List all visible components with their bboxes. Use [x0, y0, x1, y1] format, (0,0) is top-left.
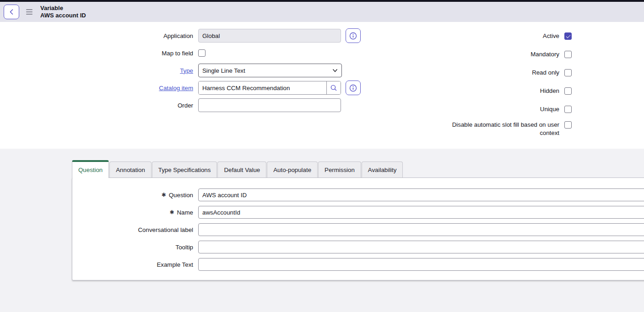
map-to-field-checkbox[interactable]: [198, 49, 206, 57]
question-row: ✱ Question: [72, 188, 644, 201]
example-text-label: Example Text: [72, 261, 193, 268]
unique-row: Unique: [445, 102, 572, 116]
tooltip-input[interactable]: [198, 241, 644, 253]
question-input[interactable]: [198, 188, 644, 201]
example-text-row: Example Text: [72, 258, 644, 271]
variable-form: Application Map to field Type Single Lin…: [0, 22, 644, 149]
application-info-button[interactable]: [346, 28, 361, 43]
conversational-label-input[interactable]: [198, 223, 644, 236]
tooltip-label: Tooltip: [72, 244, 193, 251]
read-only-checkbox[interactable]: [564, 69, 572, 76]
name-input[interactable]: [198, 206, 644, 219]
info-icon: [349, 32, 357, 40]
variable-form-page: Variable AWS account ID Application Map …: [0, 0, 644, 312]
catalog-item-info-button[interactable]: [346, 81, 361, 95]
catalog-item-label: Catalog item: [0, 85, 193, 91]
mandatory-row: Mandatory: [445, 48, 572, 61]
order-input[interactable]: [198, 98, 341, 112]
question-tab-panel: ✱ Question ✱ Name Conversational label: [72, 178, 644, 280]
context-menu-icon[interactable]: [24, 6, 35, 17]
disable-slot-fill-checkbox[interactable]: [564, 121, 572, 129]
back-button[interactable]: [4, 5, 19, 19]
tab-strip: Question Annotation Type Specifications …: [72, 149, 644, 178]
read-only-label: Read only: [445, 69, 559, 77]
record-type: Variable: [40, 5, 86, 12]
application-label: Application: [0, 32, 193, 39]
map-to-field-label: Map to field: [0, 50, 193, 57]
record-name: AWS account ID: [40, 12, 86, 19]
unique-label: Unique: [445, 105, 559, 113]
application-input[interactable]: [198, 29, 341, 43]
tab-annotation[interactable]: Annotation: [109, 161, 152, 178]
active-checkbox[interactable]: [564, 32, 572, 40]
type-select-wrap: Single Line Text: [198, 64, 342, 77]
chevron-left-icon: [9, 9, 14, 15]
catalog-item-reference: [198, 81, 341, 95]
page-title: Variable AWS account ID: [40, 5, 86, 19]
hidden-row: Hidden: [445, 84, 572, 98]
tooltip-row: Tooltip: [72, 241, 644, 253]
name-label: ✱ Name: [72, 209, 193, 216]
type-link[interactable]: Type: [180, 67, 193, 74]
catalog-item-lookup-button[interactable]: [326, 81, 341, 94]
type-label: Type: [0, 67, 193, 74]
tab-availability[interactable]: Availability: [362, 161, 403, 178]
question-label: ✱ Question: [72, 192, 193, 199]
unique-checkbox[interactable]: [564, 106, 572, 113]
conversational-label-row: Conversational label: [72, 223, 644, 236]
active-row: Active: [445, 29, 572, 43]
mandatory-checkbox[interactable]: [564, 51, 572, 58]
example-text-input[interactable]: [198, 258, 644, 271]
search-icon: [330, 84, 337, 91]
tab-default-value[interactable]: Default Value: [217, 161, 266, 178]
hidden-label: Hidden: [445, 87, 559, 95]
catalog-item-input[interactable]: [199, 81, 326, 94]
info-icon: [349, 84, 357, 92]
name-row: ✱ Name: [72, 206, 644, 219]
mandatory-icon: ✱: [162, 192, 166, 198]
catalog-item-link[interactable]: Catalog item: [159, 85, 193, 91]
active-label: Active: [445, 32, 559, 40]
header-bar: Variable AWS account ID: [0, 2, 644, 22]
read-only-row: Read only: [445, 66, 572, 80]
tab-question[interactable]: Question: [72, 160, 109, 178]
disable-slot-fill-label: Disable automatic slot fill based on use…: [445, 121, 559, 137]
disable-slot-fill-row: Disable automatic slot fill based on use…: [445, 121, 572, 137]
flag-checkboxes: Active Mandatory Read only Hidden Unique…: [445, 29, 572, 142]
order-label: Order: [0, 102, 193, 109]
tab-type-specifications[interactable]: Type Specifications: [152, 161, 217, 178]
mandatory-icon: ✱: [169, 209, 174, 215]
tab-auto-populate[interactable]: Auto-populate: [267, 161, 318, 178]
conversational-label-label: Conversational label: [72, 226, 193, 233]
tabbed-section: Question Annotation Type Specifications …: [0, 149, 644, 312]
tab-permission[interactable]: Permission: [318, 161, 361, 178]
hidden-checkbox[interactable]: [564, 87, 572, 95]
mandatory-label: Mandatory: [445, 50, 559, 59]
type-select[interactable]: Single Line Text: [198, 64, 342, 77]
